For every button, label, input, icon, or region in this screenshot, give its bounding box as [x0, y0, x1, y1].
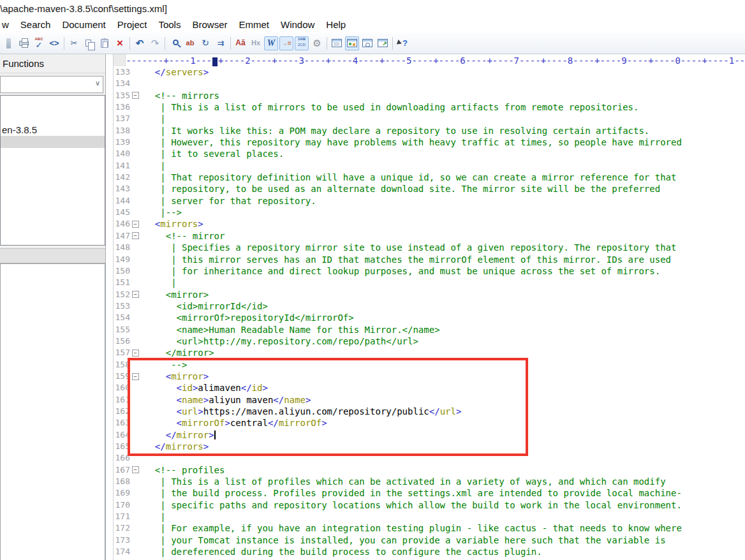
code-text[interactable]: <url>http://my.repository.com/repo/path<… — [140, 335, 418, 347]
code-line-165[interactable]: 165 </mirrors> — [114, 441, 745, 452]
code-line-137[interactable]: 137 | — [114, 113, 745, 124]
line-number[interactable]: 169 — [114, 487, 130, 499]
outline-panel-button[interactable] — [330, 36, 344, 50]
code-text[interactable]: |--> — [140, 207, 182, 218]
code-text[interactable]: | This is a list of profiles which can b… — [140, 476, 666, 487]
code-area[interactable]: 133 </servers>134135− <!-- mirrors136 | … — [114, 66, 745, 557]
code-line-168[interactable]: 168 | This is a list of profiles which c… — [114, 476, 745, 487]
code-line-147[interactable]: 147− <!-- mirror — [114, 230, 745, 242]
fold-column[interactable]: − — [130, 218, 140, 230]
line-number[interactable]: 140 — [114, 148, 130, 159]
code-text[interactable]: | repository, to be used as an alternate… — [140, 183, 660, 195]
functions-filter-combobox[interactable]: ∨ — [0, 76, 103, 93]
code-text[interactable]: | dereferenced during the build process … — [140, 546, 542, 557]
code-line-166[interactable]: 166 — [114, 452, 745, 464]
code-text[interactable]: <!-- mirrors — [140, 90, 219, 101]
code-line-171[interactable]: 171 | — [114, 511, 745, 522]
code-text[interactable]: | However, this repository may have prob… — [140, 136, 682, 148]
line-number[interactable]: 155 — [114, 324, 130, 335]
find-button[interactable] — [168, 36, 182, 50]
code-text[interactable]: <url>https://maven.aliyun.com/repository… — [140, 406, 461, 417]
code-text[interactable]: <mirror> — [140, 371, 209, 382]
settings-gear-button[interactable]: ⚙ — [310, 36, 324, 50]
line-number[interactable]: 148 — [114, 242, 130, 253]
font-button[interactable]: Aā — [233, 36, 247, 50]
plugins-panel-button[interactable] — [345, 36, 359, 50]
code-line-153[interactable]: 153 <id>mirrorId</id> — [114, 300, 745, 312]
code-line-155[interactable]: 155 <name>Human Readable Name for this M… — [114, 324, 745, 335]
code-line-160[interactable]: 160 <id>alimaven</id> — [114, 382, 745, 394]
line-number[interactable]: 135 — [114, 90, 130, 101]
fold-collapse-icon[interactable]: − — [132, 350, 139, 357]
code-line-141[interactable]: 141 | — [114, 160, 745, 172]
undo-button[interactable]: ↶ — [133, 36, 147, 50]
fold-collapse-icon[interactable]: − — [132, 221, 139, 228]
line-number[interactable]: 164 — [114, 429, 130, 441]
code-line-156[interactable]: 156 <url>http://my.repository.com/repo/p… — [114, 335, 745, 347]
code-text[interactable]: <id>mirrorId</id> — [140, 300, 268, 312]
menu-item-emmet[interactable]: Emmet — [233, 18, 275, 31]
word-wrap-button[interactable]: W — [264, 36, 278, 50]
line-number[interactable]: 144 — [114, 195, 130, 207]
code-text[interactable]: </mirror> — [140, 429, 216, 441]
line-number[interactable]: 141 — [114, 160, 130, 172]
code-text[interactable]: </mirrors> — [140, 441, 209, 452]
line-number[interactable]: 152 — [114, 289, 130, 300]
line-number[interactable]: 146 — [114, 218, 130, 230]
fold-collapse-icon[interactable]: − — [132, 291, 139, 298]
line-number[interactable]: 142 — [114, 172, 130, 183]
code-line-158[interactable]: 158 --> — [114, 359, 745, 371]
menu-item-search[interactable]: Search — [15, 18, 57, 31]
line-numbers-button[interactable]: 1AB2CD — [295, 36, 309, 50]
menu-item-tools[interactable]: Tools — [152, 18, 186, 31]
line-number[interactable]: 150 — [114, 265, 130, 277]
menu-item-window[interactable]: Window — [275, 18, 320, 31]
code-line-167[interactable]: 167− <!-- profiles — [114, 464, 745, 476]
redo-button[interactable]: ↷ — [148, 36, 162, 50]
code-text[interactable]: | For example, if you have an integratio… — [140, 522, 682, 534]
code-line-163[interactable]: 163 <mirrorOf>central</mirrorOf> — [114, 417, 745, 429]
list-item[interactable]: en-3.8.5 — [1, 124, 105, 136]
line-number[interactable]: 174 — [114, 546, 130, 557]
list-item[interactable] — [1, 136, 105, 148]
fold-column[interactable]: − — [130, 90, 140, 101]
line-number[interactable]: 161 — [114, 394, 130, 406]
code-line-174[interactable]: 174 | dereferenced during the build proc… — [114, 546, 745, 557]
code-text[interactable]: | This is a list of mirrors to be used i… — [140, 101, 638, 113]
line-number[interactable]: 158 — [114, 359, 130, 371]
code-line-151[interactable]: 151 | — [114, 277, 745, 288]
code-text[interactable]: <mirrorOf>repositoryId</mirrorOf> — [140, 312, 354, 323]
code-line-162[interactable]: 162 <url>https://maven.aliyun.com/reposi… — [114, 406, 745, 417]
line-number[interactable]: 149 — [114, 254, 130, 265]
copy-button[interactable] — [82, 36, 96, 50]
code-text[interactable]: <mirrors> — [140, 218, 203, 230]
code-text[interactable]: <name>aliyun maven</name> — [140, 394, 311, 406]
code-line-143[interactable]: 143 | repository, to be used as an alter… — [114, 183, 745, 195]
line-number[interactable]: 151 — [114, 277, 130, 288]
cutoff-icon[interactable] — [1, 36, 15, 50]
line-number[interactable]: 145 — [114, 207, 130, 218]
line-number[interactable]: 153 — [114, 300, 130, 312]
line-number[interactable]: 163 — [114, 417, 130, 429]
code-line-142[interactable]: 142 | That repository definition will ha… — [114, 172, 745, 183]
delete-button[interactable]: × — [113, 36, 127, 50]
open-external-button[interactable] — [376, 36, 390, 50]
indent-guides-button[interactable]: →≡ — [279, 36, 293, 50]
replace-button[interactable]: ab — [183, 36, 197, 50]
code-text[interactable] — [140, 78, 144, 89]
hex-view-button[interactable]: Hx — [249, 36, 263, 50]
code-line-144[interactable]: 144 | server for that repository. — [114, 195, 745, 207]
code-text[interactable]: | the build process. Profiles provided i… — [140, 487, 682, 499]
code-line-136[interactable]: 136 | This is a list of mirrors to be us… — [114, 101, 745, 113]
fold-column[interactable]: − — [130, 347, 140, 358]
fold-column[interactable]: − — [130, 371, 140, 382]
code-text[interactable]: <id>alimaven</id> — [140, 382, 268, 394]
code-text[interactable]: <name>Human Readable Name for this Mirro… — [140, 324, 440, 335]
line-number[interactable]: 136 — [114, 101, 130, 113]
code-line-154[interactable]: 154 <mirrorOf>repositoryId</mirrorOf> — [114, 312, 745, 323]
code-text[interactable] — [140, 452, 144, 464]
line-number[interactable]: 134 — [114, 78, 130, 89]
code-line-133[interactable]: 133 </servers> — [114, 66, 745, 78]
code-text[interactable]: </servers> — [140, 66, 209, 78]
code-text[interactable]: | — [140, 160, 166, 172]
